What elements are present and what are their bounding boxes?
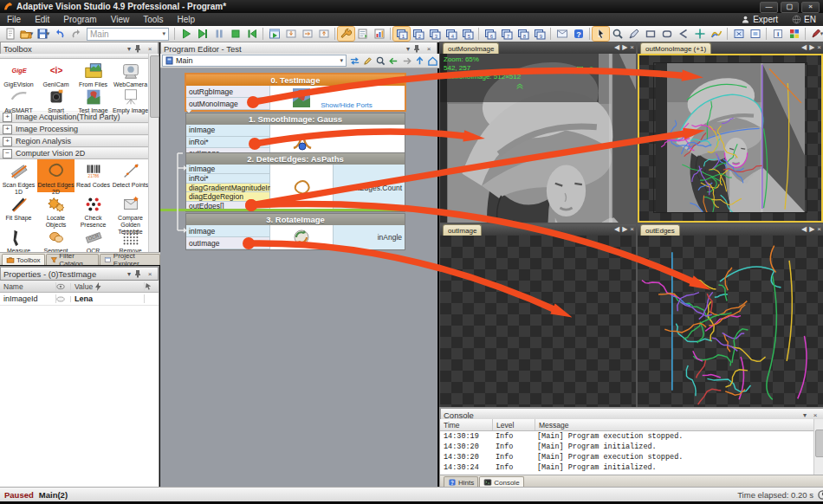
cursor-icon[interactable] (593, 27, 609, 41)
save-view-icon[interactable] (576, 66, 584, 74)
toolbox-item-gigevision[interactable]: GigEGigEVision (0, 59, 37, 85)
expand-icon[interactable]: + (3, 137, 12, 146)
prev-view-icon[interactable]: ◀ (801, 225, 807, 233)
settings-wrench-icon[interactable] (338, 27, 354, 41)
close-icon[interactable]: × (630, 225, 634, 233)
toolbox-scrollbar[interactable] (148, 54, 159, 252)
new-file-icon[interactable] (2, 27, 18, 41)
menu-file[interactable]: File (0, 14, 28, 25)
toolbox-item-from-files[interactable]: From Files (75, 59, 112, 85)
layout-4-icon[interactable]: 4 (443, 27, 459, 41)
forward-icon[interactable] (400, 55, 413, 67)
layout-5-icon[interactable]: 5 (459, 27, 476, 41)
console-col-message[interactable]: Message (535, 419, 823, 430)
tab-filter-catalog[interactable]: Filter Catalog (46, 254, 100, 265)
profile-tool-icon[interactable] (708, 27, 724, 41)
console-scrollbar[interactable] (813, 419, 823, 475)
menu-help[interactable]: Help (171, 14, 203, 25)
pin-icon[interactable] (134, 44, 145, 53)
toolbox-item-read-codes[interactable]: 21786Read Codes (75, 159, 112, 192)
expand-icon[interactable]: + (3, 125, 12, 134)
prev-view-icon[interactable]: ◀ (614, 43, 619, 51)
angle-tool-icon[interactable] (675, 27, 691, 41)
preview-content[interactable]: Zoom: 65%542, 257outMonoImage: 512×512 (440, 54, 636, 223)
feedback-mail-icon[interactable] (554, 27, 570, 41)
layout-9-icon[interactable]: 9 (531, 27, 548, 41)
close-icon[interactable]: × (145, 270, 155, 278)
toolbox-item-smart[interactable]: Smart (37, 85, 75, 111)
close-icon[interactable]: × (630, 43, 634, 51)
layout-8-icon[interactable]: 8 (515, 27, 531, 41)
pin-icon[interactable] (413, 44, 424, 53)
actual-size-icon[interactable] (747, 27, 763, 41)
category-computer-vision-2d[interactable]: −Computer Vision 2D (0, 147, 149, 159)
rect-tool-icon[interactable] (642, 27, 658, 41)
category-image-processing[interactable]: +Image Processing (0, 123, 149, 135)
tab-project-explorer[interactable]: Project Explorer (100, 254, 160, 265)
layout-1-icon[interactable]: 1 (393, 27, 410, 41)
run-in-window-icon[interactable] (266, 27, 282, 41)
undo-icon[interactable] (51, 27, 68, 41)
home-icon[interactable] (426, 55, 439, 67)
fit-window-icon[interactable] (730, 27, 747, 41)
close-icon[interactable]: × (801, 2, 820, 13)
preview-content[interactable] (440, 236, 636, 407)
dropdown-icon[interactable]: ▾ (124, 270, 134, 278)
next-view-icon[interactable]: ▶ (622, 225, 627, 233)
dropdown-icon[interactable]: ▾ (800, 411, 810, 419)
step-out-icon[interactable] (315, 27, 332, 41)
preview-tab[interactable]: outMonoImage (443, 42, 499, 54)
toolbox-item-test-image[interactable]: Test Image (75, 85, 112, 111)
next-view-icon[interactable]: ▶ (622, 43, 627, 51)
redo-icon[interactable] (68, 27, 84, 41)
menu-edit[interactable]: Edit (28, 14, 56, 25)
property-row[interactable]: inImageIdLena (0, 293, 159, 306)
color-inspect-icon[interactable] (786, 27, 802, 41)
tab-toolbox[interactable]: Toolbox (2, 254, 45, 265)
minimize-icon[interactable]: — (760, 2, 778, 13)
console-col-time[interactable]: Time (440, 419, 493, 430)
toolbox-item-compare-golden-template[interactable]: Compare Golden Template (112, 192, 149, 225)
refresh-view-icon[interactable] (587, 66, 595, 74)
toolbox-item-genicam[interactable]: <i>GenICam (37, 59, 75, 85)
preview-tab[interactable]: outImage (443, 224, 482, 236)
rounded-rect-tool-icon[interactable] (658, 27, 675, 41)
watch-list-icon[interactable] (354, 27, 371, 41)
save-icon[interactable]: ▾ (35, 27, 51, 41)
toolbox-item-segment-image[interactable]: Segment Image (37, 225, 75, 252)
probe-pen-icon[interactable] (625, 27, 642, 41)
dropdown-icon[interactable]: ▾ (403, 45, 413, 53)
col-value[interactable]: Value (71, 282, 145, 291)
zoom-tool-icon[interactable] (609, 27, 625, 41)
close-icon[interactable]: × (145, 45, 155, 53)
console-col-level[interactable]: Level (493, 419, 535, 430)
program-canvas[interactable]: 0. TestImageoutRgbImageoutMonoImageShow/… (160, 68, 437, 487)
toolbox-item-detect-edges-2d[interactable]: Detect Edges 2D (37, 159, 75, 192)
next-view-icon[interactable]: ▶ (809, 225, 814, 233)
prev-view-icon[interactable]: ◀ (801, 43, 807, 51)
menu-expert[interactable]: Expert (734, 15, 785, 24)
layout-6-icon[interactable]: 6 (482, 27, 498, 41)
col-name[interactable]: Name (0, 282, 56, 291)
crosshair-tool-icon[interactable] (691, 27, 708, 41)
toolbox-item-locate-objects[interactable]: Locate Objects (37, 192, 75, 225)
menu-view[interactable]: View (104, 14, 137, 25)
toolbox-item-fit-shape[interactable]: Fit Shape (0, 192, 37, 225)
pin-icon[interactable] (134, 269, 145, 278)
step-into-icon[interactable] (282, 27, 299, 41)
console-row[interactable]: 14:30:24Info[Main] Program initialized. (440, 462, 823, 473)
property-value[interactable]: Lena (71, 294, 145, 303)
console-row[interactable]: 14:30:20Info[Main] Program execution sto… (440, 452, 823, 462)
macro-selector[interactable]: Main ▾ (162, 55, 347, 67)
next-view-icon[interactable]: ▶ (809, 43, 814, 51)
help-icon[interactable]: ? (570, 27, 586, 41)
category-region-analysis[interactable]: +Region Analysis (0, 135, 149, 147)
restart-icon[interactable] (243, 27, 260, 41)
iterate-icon[interactable] (194, 27, 211, 41)
close-icon[interactable]: × (810, 411, 820, 419)
stop-icon[interactable] (227, 27, 243, 41)
open-file-icon[interactable]: ▾ (18, 27, 35, 41)
swap-ports-icon[interactable] (348, 55, 361, 67)
layout-7-icon[interactable]: 7 (498, 27, 515, 41)
expand-icon[interactable]: + (3, 113, 12, 122)
